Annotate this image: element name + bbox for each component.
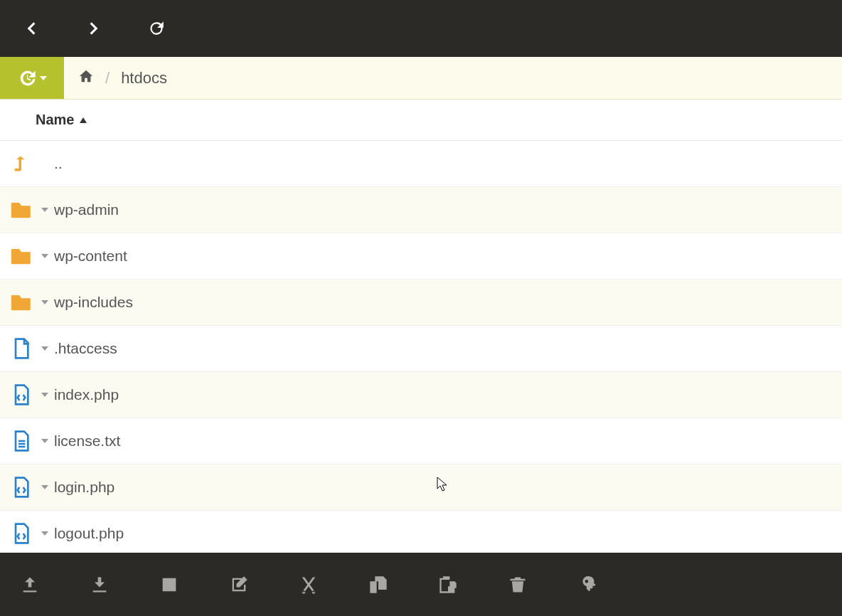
download-button[interactable] xyxy=(88,573,111,596)
entry-name: wp-includes xyxy=(54,294,133,311)
entry-name: wp-admin xyxy=(54,201,119,218)
entry-name: login.php xyxy=(54,479,114,496)
cut-button[interactable] xyxy=(297,573,320,596)
row-actions-caret-icon[interactable] xyxy=(41,485,48,489)
text-icon xyxy=(7,430,36,452)
row-actions-caret-icon[interactable] xyxy=(41,254,48,258)
entry-name: logout.php xyxy=(54,525,124,542)
row-actions-caret-icon[interactable] xyxy=(41,531,48,536)
file-row[interactable]: index.php xyxy=(0,372,842,418)
row-actions-caret-icon[interactable] xyxy=(41,439,48,443)
folder-row[interactable]: wp-content xyxy=(0,233,842,280)
permissions-button[interactable] xyxy=(576,573,599,596)
breadcrumb-separator: / xyxy=(105,69,110,87)
file-list: ..wp-adminwp-contentwp-includes.htaccess… xyxy=(0,141,842,557)
up-icon xyxy=(7,154,36,174)
code-icon xyxy=(7,522,36,545)
bottom-toolbar xyxy=(0,553,842,616)
new-button[interactable] xyxy=(158,573,181,596)
top-toolbar xyxy=(0,0,842,57)
home-icon[interactable] xyxy=(78,68,94,88)
code-icon xyxy=(7,383,36,406)
back-button[interactable] xyxy=(21,18,41,38)
breadcrumb-bar: / htdocs xyxy=(0,57,842,100)
folder-row[interactable]: wp-includes xyxy=(0,280,842,326)
entry-name: index.php xyxy=(54,386,119,403)
entry-name: license.txt xyxy=(54,432,120,450)
upload-button[interactable] xyxy=(18,573,41,596)
folder-icon xyxy=(7,198,36,222)
file-icon xyxy=(7,337,36,360)
paste-button[interactable] xyxy=(437,573,459,596)
file-row[interactable]: logout.php xyxy=(0,511,842,557)
file-row[interactable]: license.txt xyxy=(0,418,842,464)
folder-icon xyxy=(7,244,36,268)
column-header-label: Name xyxy=(36,112,74,128)
row-actions-caret-icon[interactable] xyxy=(41,208,48,212)
sort-ascending-icon xyxy=(80,117,87,123)
entry-name: .htaccess xyxy=(54,340,117,357)
copy-button[interactable] xyxy=(367,573,390,596)
history-dropdown-button[interactable] xyxy=(0,57,64,99)
folder-row[interactable]: wp-admin xyxy=(0,187,842,233)
code-icon xyxy=(7,476,36,499)
breadcrumb-segment[interactable]: htdocs xyxy=(121,69,167,87)
refresh-button[interactable] xyxy=(146,18,166,38)
forward-button[interactable] xyxy=(84,18,104,38)
row-actions-caret-icon[interactable] xyxy=(41,300,48,304)
column-header-name[interactable]: Name xyxy=(0,100,842,141)
file-row[interactable]: login.php xyxy=(0,464,842,511)
entry-name: wp-content xyxy=(54,248,127,265)
entry-name: .. xyxy=(54,155,63,172)
row-actions-caret-icon[interactable] xyxy=(41,393,48,397)
folder-icon xyxy=(7,290,36,314)
row-actions-caret-icon[interactable] xyxy=(41,346,48,351)
delete-button[interactable] xyxy=(506,573,529,596)
file-row[interactable]: .htaccess xyxy=(0,326,842,372)
caret-down-icon xyxy=(40,76,47,80)
parent-dir-row[interactable]: .. xyxy=(0,141,842,187)
breadcrumb: / htdocs xyxy=(64,57,167,99)
edit-button[interactable] xyxy=(228,573,250,596)
